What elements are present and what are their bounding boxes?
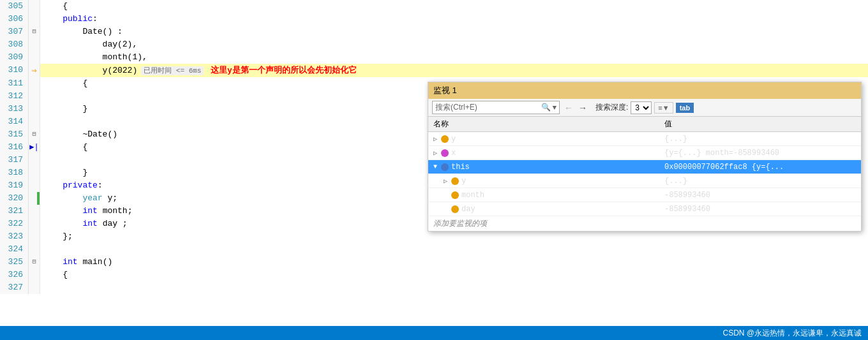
watch-row-this-month[interactable]: month -858993460 — [428, 188, 861, 202]
collapse-btn-307[interactable]: ⊟ — [32, 26, 36, 38]
code-line-307: 307 ⊟ Date() : — [0, 26, 868, 38]
annotation-310: 这里y是第一个声明的所以会先初始化它 — [204, 65, 356, 75]
watch-row-this-month-value: -858993460 — [664, 191, 856, 200]
watch-row-this-name: ▼ this — [433, 163, 664, 172]
collapse-btn-325[interactable]: ⊟ — [32, 256, 36, 269]
add-watch-row[interactable]: 添加要监视的项 — [428, 216, 861, 231]
line-num-324: 324 — [0, 243, 29, 256]
gutter-326 — [29, 269, 40, 281]
line-num-310: 310 — [0, 64, 29, 77]
gutter-310: ⇒ — [29, 64, 40, 77]
expand-arrow-this-day — [444, 205, 447, 212]
status-bar: CSDN @永远热情，永远谦卑，永远真诚 — [0, 326, 868, 340]
code-content-325: int main() — [40, 256, 868, 269]
gutter-308 — [29, 38, 40, 51]
code-content-309: month(1), — [40, 51, 868, 64]
watch-row-y[interactable]: ▷ y {...} — [428, 132, 861, 146]
depth-select[interactable]: 3 1 2 4 5 — [631, 101, 652, 114]
code-line-305: 305 { — [0, 0, 868, 13]
watch-row-x-label: x — [451, 149, 456, 158]
code-content-308: day(2), — [40, 38, 868, 51]
gutter-323 — [29, 230, 40, 243]
watch-row-y-name: ▷ y — [433, 135, 664, 144]
step-icon: ▶| — [29, 141, 38, 154]
code-line-310: 310 ⇒ y(2022)已用时间 <= 6ms 这里y是第一个声明的所以会先初… — [0, 64, 868, 77]
gutter-319 — [29, 179, 40, 192]
gutter-321 — [29, 205, 40, 218]
line-num-325: 325 — [0, 256, 29, 269]
watch-toolbar: 搜索(Ctrl+E) 🔍 ▼ ← → 搜索深度: 3 1 2 4 5 ≡▼ — [428, 99, 861, 117]
code-content-326: { — [40, 269, 868, 281]
field-icon-this-day — [451, 205, 459, 213]
code-line-324: 324 — [0, 243, 868, 256]
gutter-307: ⊟ — [29, 26, 40, 38]
gutter-318 — [29, 166, 40, 179]
watch-row-this[interactable]: ▼ this 0x00000077062ffac8 {y={... — [428, 160, 861, 174]
watch-body: ▷ y {...} ▷ x {y={...} month=-858993460 — [428, 132, 861, 231]
code-content-305: { — [40, 0, 868, 13]
gutter-315: ⊟ — [29, 128, 40, 141]
line-num-318: 318 — [0, 166, 29, 179]
watch-row-y-label: y — [451, 135, 456, 144]
gutter-320 — [29, 192, 40, 205]
code-content-327 — [40, 281, 868, 294]
watch-column-header: 名称 值 — [428, 117, 861, 132]
search-icon: 🔍 — [541, 103, 551, 112]
line-num-327: 327 — [0, 281, 29, 294]
expand-arrow-y: ▷ — [433, 135, 437, 143]
depth-label: 搜索深度: — [595, 102, 628, 113]
gutter-314 — [29, 115, 40, 128]
gutter-327 — [29, 281, 40, 294]
gutter-325: ⊟ — [29, 256, 40, 269]
watch-search-placeholder: 搜索(Ctrl+E) — [435, 102, 541, 113]
expand-arrow-this-month — [444, 191, 447, 198]
watch-panel: 监视 1 搜索(Ctrl+E) 🔍 ▼ ← → 搜索深度: 3 1 2 — [428, 82, 862, 232]
watch-row-this-label: this — [451, 163, 470, 172]
gutter-306 — [29, 13, 40, 26]
watch-col-value-header: 值 — [664, 119, 856, 129]
gutter-313 — [29, 103, 40, 115]
line-num-321: 321 — [0, 205, 29, 218]
watch-search-box[interactable]: 搜索(Ctrl+E) 🔍 ▼ — [432, 101, 560, 114]
filter-button[interactable]: ≡▼ — [654, 102, 673, 114]
watch-row-this-y-value: {...} — [664, 177, 856, 186]
line-num-306: 306 — [0, 13, 29, 26]
expand-arrow-this-y: ▷ — [444, 177, 447, 185]
gutter-322 — [29, 218, 40, 230]
gutter-305 — [29, 0, 40, 13]
nav-forward-button[interactable]: → — [576, 102, 589, 114]
this-icon — [441, 163, 449, 171]
nav-back-button[interactable]: ← — [562, 102, 575, 114]
line-num-313: 313 — [0, 103, 29, 115]
code-line-326: 326 { — [0, 269, 868, 281]
line-num-320: 320 — [0, 192, 29, 205]
collapse-btn-315[interactable]: ⊟ — [32, 128, 36, 141]
editor-container: 305 { 306 public: 307 ⊟ Date() : — [0, 0, 868, 340]
code-area: 305 { 306 public: 307 ⊟ Date() : — [0, 0, 868, 340]
tab-button[interactable]: tab — [676, 103, 694, 113]
search-dropdown-icon[interactable]: ▼ — [552, 104, 557, 112]
line-num-312: 312 — [0, 90, 29, 103]
line-num-308: 308 — [0, 38, 29, 51]
gutter-309 — [29, 51, 40, 64]
line-num-323: 323 — [0, 230, 29, 243]
code-line-327: 327 — [0, 281, 868, 294]
line-num-307: 307 — [0, 26, 29, 38]
add-watch-text: 添加要监视的项 — [433, 219, 487, 228]
gutter-316: ▶| — [29, 141, 40, 154]
code-line-325: 325 ⊟ int main() — [0, 256, 868, 269]
watch-row-this-month-name: month — [444, 191, 664, 200]
watch-title-text: 监视 1 — [433, 85, 457, 95]
watch-row-this-day[interactable]: day -858993460 — [428, 202, 861, 216]
field-icon-y — [441, 135, 449, 143]
watch-row-y-value: {...} — [664, 135, 856, 144]
expand-arrow-this: ▼ — [433, 163, 437, 170]
gutter-317 — [29, 154, 40, 166]
field-icon-this-y — [451, 177, 459, 185]
line-num-309: 309 — [0, 51, 29, 64]
watch-row-this-value: 0x00000077062ffac8 {y={... — [664, 163, 856, 172]
watch-row-x[interactable]: ▷ x {y={...} month=-858993460 — [428, 146, 861, 160]
gutter-324 — [29, 243, 40, 256]
watch-row-x-value: {y={...} month=-858993460 — [664, 149, 856, 158]
watch-row-this-y[interactable]: ▷ y {...} — [428, 174, 861, 188]
